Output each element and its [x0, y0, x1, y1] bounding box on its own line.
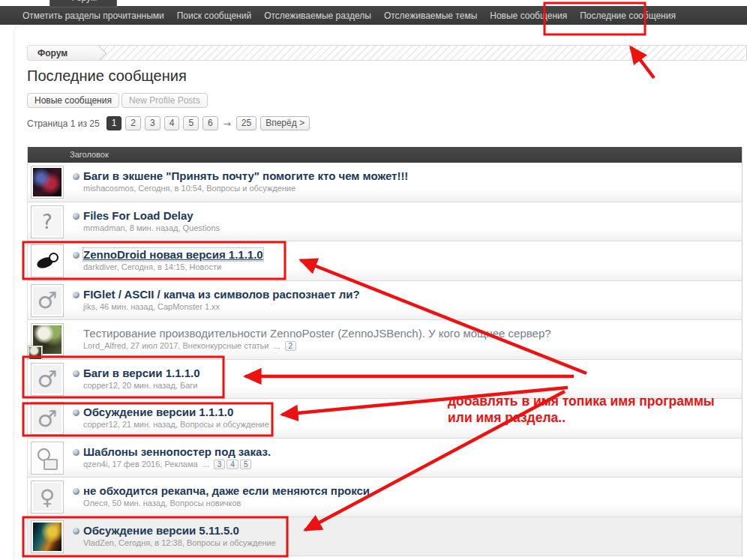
question-icon: ? — [33, 208, 62, 236]
subnav-item[interactable]: Последние сообщения — [580, 10, 676, 21]
thread-meta: mrmadman, 8 мин. назад, Questions — [83, 223, 742, 232]
thread-title-line: FIGlet / ASCII / капча из символов распо… — [73, 288, 742, 301]
thread-title-link[interactable]: FIGlet / ASCII / капча из символов распо… — [83, 288, 360, 301]
thread-meta: mishacosmos, Сегодня, в 10:54, Вопросы и… — [83, 184, 742, 193]
male-symbol-icon: ♂ — [33, 365, 62, 394]
page-title: Последние сообщения — [27, 67, 187, 85]
subnav-item[interactable]: Отслеживаемые разделы — [264, 10, 371, 21]
page-button[interactable]: 4 — [164, 116, 180, 130]
male-symbol-icon: ♂ — [33, 286, 62, 315]
avatar-image — [33, 444, 62, 472]
thread-title-link[interactable]: Баги в версии 1.1.1.0 — [83, 367, 200, 379]
pagination-label: Страница 1 из 25 — [27, 118, 100, 129]
thread-title-link[interactable]: Обсуждение версии 5.11.5.0 — [83, 524, 239, 537]
thread-title-line: Обсуждение версии 5.11.5.0 — [73, 524, 742, 537]
thread-row: ZennoDroid новая версия 1.1.1.0darkdiver… — [28, 241, 742, 281]
thread-row: Обсуждение версии 5.11.5.0VladZen, Сегод… — [28, 517, 742, 557]
next-page-button[interactable]: Вперёд > — [260, 116, 310, 130]
thread-title-link[interactable]: Баги в экшене "Принять почту" помогите к… — [83, 169, 408, 182]
thread-info: Шаблоны зеннопостер под заказ.qzen4i, 17… — [73, 439, 742, 469]
subnav-item[interactable]: Отметить разделы прочитанными — [22, 10, 164, 21]
mini-avatar — [28, 346, 43, 361]
page-button[interactable]: 3 — [145, 116, 160, 130]
thread-title-link[interactable]: Шаблоны зеннопостер под заказ. — [83, 445, 271, 458]
thread-title-link[interactable]: Обсуждение версии 1.1.1.0 — [83, 406, 233, 418]
page-button[interactable]: 1 — [106, 116, 122, 130]
thread-title-line: ZennoDroid новая версия 1.1.1.0 — [73, 248, 742, 261]
navtab-forum[interactable]: Форум — [50, 0, 117, 7]
pages-ellipsis: ... — [273, 341, 280, 350]
unread-bullet-icon — [73, 488, 80, 495]
page-badge[interactable]: 4 — [226, 460, 238, 469]
thread-meta: Олеся, 50 мин. назад, Вопросы новичков — [83, 499, 742, 508]
unread-bullet-icon — [73, 528, 80, 535]
unread-bullet-icon — [73, 449, 80, 456]
thread-info: Баги в экшене "Принять почту" помогите к… — [73, 163, 742, 193]
thread-title-line: не обходится рекапча, даже если меняются… — [73, 484, 742, 497]
avatar[interactable] — [31, 442, 64, 475]
tabs: Новые сообщенияNew Profile Posts — [27, 93, 210, 108]
avatar[interactable]: ♂ — [31, 402, 64, 435]
thread-row: ♀не обходится рекапча, даже если меняютс… — [28, 478, 742, 517]
thread-title-line: Files For Load Delay — [73, 209, 742, 222]
thread-info: Тестирование производительности ZennoPos… — [73, 320, 742, 351]
page-button[interactable]: 6 — [202, 116, 218, 130]
subnav-item[interactable]: Поиск сообщений — [177, 10, 251, 21]
unread-bullet-icon — [73, 409, 80, 416]
tab-inactive[interactable]: New Profile Posts — [122, 93, 208, 108]
avatar[interactable] — [31, 244, 64, 277]
table-header: Заголовок — [28, 147, 742, 163]
thread-title-line: Тестирование производительности ZennoPos… — [73, 327, 742, 340]
tab-active[interactable]: Новые сообщения — [27, 93, 119, 108]
avatar[interactable] — [31, 166, 64, 199]
thread-info: FIGlet / ASCII / капча из символов распо… — [73, 281, 742, 311]
forum-page: Форум Отметить разделы прочитаннымиПоиск… — [0, 0, 747, 560]
unread-bullet-icon — [73, 173, 80, 180]
avatar[interactable]: ♂ — [31, 284, 64, 317]
avatar[interactable]: ? — [31, 205, 64, 238]
thread-title-link[interactable]: не обходится рекапча, даже если меняются… — [83, 484, 370, 497]
page-button[interactable]: 2 — [125, 116, 141, 130]
page-button[interactable]: 5 — [183, 116, 199, 130]
breadcrumb: Форум — [27, 45, 747, 61]
page-badge[interactable]: 5 — [240, 460, 252, 469]
thread-meta: darkdiver, Сегодня, в 14:15, Новости — [83, 262, 742, 271]
pagination: Страница 1 из 25 123456 → 25 Вперёд > — [27, 116, 310, 130]
page-badge[interactable]: 2 — [285, 341, 297, 351]
thread-info: не обходится рекапча, даже если меняются… — [73, 478, 742, 508]
thread-info: Files For Load Delaymrmadman, 8 мин. наз… — [73, 202, 742, 232]
thread-meta: jiks, 46 мин. назад, CapMonster 1.xx — [83, 302, 742, 311]
thread-info: Обсуждение версии 5.11.5.0VladZen, Сегод… — [73, 517, 742, 547]
avatar[interactable] — [31, 323, 64, 356]
thread-meta: qzen4i, 17 фев 2016, Реклама...345 — [83, 460, 742, 469]
subnav-items: Отметить разделы прочитаннымиПоиск сообщ… — [0, 6, 747, 25]
thread-row: ♂FIGlet / ASCII / капча из символов расп… — [28, 281, 742, 321]
avatar[interactable]: ♂ — [31, 363, 64, 396]
thread-title-link[interactable]: ZennoDroid новая версия 1.1.1.0 — [83, 248, 263, 261]
unread-bullet-icon — [73, 370, 80, 377]
thread-meta: VladZen, Сегодня, в 12:38, Вопросы и обс… — [83, 538, 742, 547]
thread-row: Шаблоны зеннопостер под заказ.qzen4i, 17… — [28, 439, 742, 478]
pages-ellipsis: ... — [202, 460, 209, 469]
annotation-note-line1: добавлять в имя топика имя программы — [448, 393, 715, 409]
page-badge[interactable]: 3 — [214, 460, 226, 469]
page-buttons: 123456 — [106, 116, 218, 130]
avatar[interactable]: ♀ — [31, 481, 64, 514]
breadcrumb-forum-label: Форум — [38, 48, 68, 58]
page-button-last[interactable]: 25 — [236, 116, 256, 130]
subnav-item[interactable]: Отслеживаемые темы — [384, 10, 477, 21]
thread-title-link[interactable]: Files For Load Delay — [83, 209, 194, 222]
table-header-label: Заголовок — [70, 150, 109, 159]
subnav-item[interactable]: Новые сообщения — [490, 10, 567, 21]
thread-title-link[interactable]: Тестирование производительности ZennoPos… — [83, 327, 551, 340]
navtab-forum-label: Форум — [70, 0, 97, 3]
thread-list: Баги в экшене "Принять почту" помогите к… — [28, 163, 742, 556]
avatar-image — [33, 247, 62, 275]
skip-arrow-icon: → — [224, 118, 231, 129]
avatar[interactable] — [31, 520, 64, 553]
thread-title-line: Шаблоны зеннопостер под заказ. — [73, 445, 742, 458]
thread-row: Баги в экшене "Принять почту" помогите к… — [28, 163, 742, 202]
thread-table: Заголовок Баги в экшене "Принять почту" … — [27, 147, 742, 556]
thread-title-line: Баги в версии 1.1.1.0 — [73, 367, 742, 379]
female-symbol-icon: ♀ — [33, 483, 62, 511]
